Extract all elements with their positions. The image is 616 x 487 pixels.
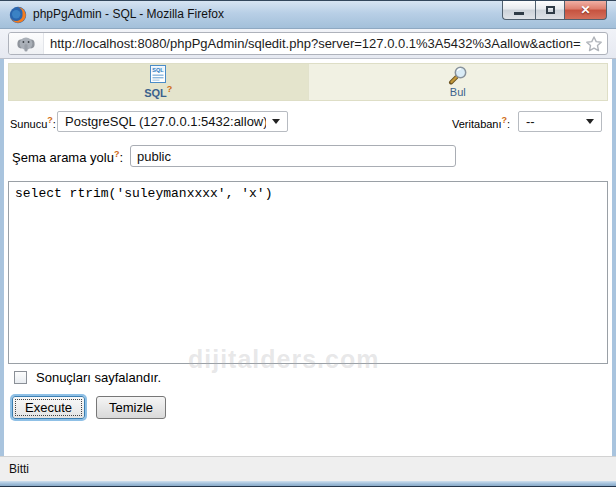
svg-text:SQL: SQL — [153, 67, 165, 73]
status-text: Bitti — [0, 462, 29, 476]
navigation-toolbar: http://localhost:8080/phpPgAdmin/sqledit… — [0, 29, 616, 59]
server-select-value: PostgreSQL (127.0.0.1:5432:allow) — [65, 114, 266, 129]
window-title: phpPgAdmin - SQL - Mozilla Firefox — [33, 7, 224, 21]
tab-bul[interactable]: Bul — [308, 64, 608, 100]
sql-document-icon: SQL — [149, 65, 167, 83]
minimize-button[interactable] — [502, 1, 535, 20]
execute-button[interactable]: Execute — [12, 396, 85, 419]
paginate-row: Sonuçları sayfalandır. — [14, 368, 161, 386]
tab-bar: SQL SQL? Bul — [8, 63, 608, 101]
database-label: Veritabanı?: — [452, 115, 510, 130]
dropdown-arrow-icon — [586, 119, 594, 124]
close-button[interactable]: ✕ — [565, 1, 607, 20]
clear-button[interactable]: Temizle — [96, 396, 166, 419]
schema-label: Şema arama yolu?: — [12, 149, 123, 165]
server-label: Sunucu?: — [10, 115, 56, 130]
tab-sql-label: SQL? — [144, 84, 172, 99]
url-text[interactable]: http://localhost:8080/phpPgAdmin/sqledit… — [44, 36, 581, 51]
schema-search-path-input[interactable] — [130, 145, 456, 167]
maximize-button[interactable] — [535, 1, 565, 20]
page-content: SQL SQL? Bul Sunucu?: PostgreSQL — [4, 59, 612, 456]
paginate-checkbox[interactable] — [14, 371, 27, 384]
sql-editor[interactable]: select rtrim('suleymanxxxx', 'x') — [8, 181, 608, 364]
site-identity-button[interactable] — [9, 33, 44, 54]
postgresql-elephant-icon — [16, 36, 36, 52]
titlebar: phpPgAdmin - SQL - Mozilla Firefox ✕ — [0, 1, 616, 29]
close-icon: ✕ — [580, 4, 590, 16]
database-select-value: -- — [526, 114, 580, 129]
address-bar[interactable]: http://localhost:8080/phpPgAdmin/sqledit… — [8, 32, 608, 55]
bookmark-star-icon — [586, 36, 602, 52]
firefox-icon — [9, 6, 27, 24]
tab-sql[interactable]: SQL SQL? — [9, 64, 308, 100]
status-bar: Bitti — [0, 456, 616, 481]
database-select[interactable]: -- — [518, 111, 602, 132]
dropdown-arrow-icon — [272, 119, 280, 124]
tab-bul-label: Bul — [450, 86, 466, 98]
help-marker[interactable]: ? — [167, 84, 173, 94]
search-icon — [448, 66, 468, 85]
window-frame-bottom — [0, 481, 616, 487]
bookmark-star-button[interactable] — [581, 36, 607, 52]
browser-window: phpPgAdmin - SQL - Mozilla Firefox ✕ htt… — [0, 0, 616, 487]
minimize-icon — [514, 12, 524, 15]
maximize-icon — [546, 6, 555, 14]
paginate-label: Sonuçları sayfalandır. — [36, 370, 161, 385]
button-row: Execute Temizle — [12, 396, 166, 419]
window-controls: ✕ — [502, 1, 607, 20]
server-select[interactable]: PostgreSQL (127.0.0.1:5432:allow) — [57, 111, 288, 132]
